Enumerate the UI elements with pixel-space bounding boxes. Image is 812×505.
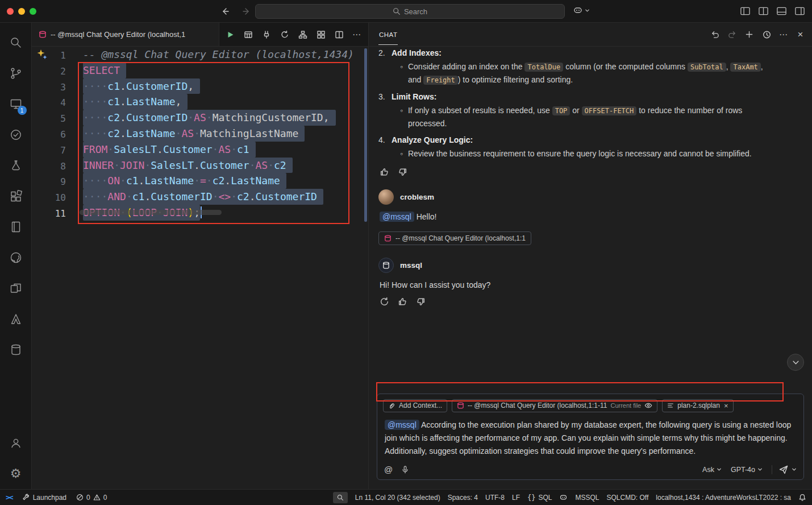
activity-bar: 1 ⚙ (0, 23, 32, 489)
copilot-menu-button[interactable] (573, 5, 590, 15)
zoom-status-item[interactable] (333, 492, 348, 503)
editor-tab[interactable]: -- @mssql Chat Query Editor (localhost,1 (32, 23, 219, 46)
list-item: 2.Add Indexes:◦Consider adding an index … (378, 48, 803, 86)
warning-count: 0 (103, 494, 107, 502)
code-editor[interactable]: 1-- @mssql Chat Query Editor (localhost,… (32, 47, 368, 221)
minimize-window-button[interactable] (18, 8, 25, 15)
code-line[interactable]: 8INNER·JOIN·SalesLT.Customer·AS·c2 (32, 158, 368, 173)
notebook-icon[interactable] (2, 212, 30, 242)
chat-tab-label[interactable]: CHAT (378, 24, 398, 45)
copilot-icon (573, 5, 583, 15)
attached-file-label: -- @mssql Chat Query Editor (localhost,1… (468, 401, 607, 409)
code-line[interactable]: 6····c2.LastName·AS·MatchingLastName (32, 126, 368, 142)
add-context-button[interactable]: Add Context... (383, 399, 447, 412)
overview-ruler-selection[interactable] (364, 48, 367, 222)
toggle-right-sidebar-icon[interactable] (794, 6, 805, 16)
copilot-status-icon[interactable] (559, 493, 568, 502)
run-debug-icon[interactable] (2, 150, 30, 181)
github-icon[interactable] (2, 242, 30, 273)
search-label: Search (404, 7, 427, 16)
language-mode-status[interactable]: {} SQL (527, 494, 552, 502)
inline-code: OFFSET-FETCH (582, 106, 637, 115)
microphone-icon[interactable] (401, 465, 409, 474)
navigate-forward-button[interactable] (240, 5, 253, 18)
schema-designer-icon[interactable] (298, 30, 307, 39)
remove-attachment-icon[interactable]: × (724, 401, 728, 410)
code-line[interactable]: 9····ON·c1.LastName·=·c2.LastName (32, 173, 368, 189)
indentation-status[interactable]: Spaces: 4 (448, 494, 478, 502)
mssql-extension-icon[interactable] (2, 334, 30, 365)
remote-explorer-icon[interactable]: 1 (2, 89, 30, 119)
attached-plan-chip[interactable]: plan-2.sqlplan × (662, 399, 733, 412)
eol-status[interactable]: LF (512, 494, 520, 502)
editor-actions: ⋯ (225, 23, 368, 46)
regenerate-icon[interactable] (380, 297, 389, 307)
mssql-status-item[interactable]: MSSQL (575, 494, 599, 502)
toggle-split-editor-icon[interactable] (758, 6, 769, 16)
notifications-bell-icon[interactable] (798, 494, 806, 502)
azure-icon[interactable] (2, 304, 30, 334)
user-name: croblesm (400, 193, 434, 201)
remote-indicator[interactable]: >< (6, 493, 13, 502)
undo-icon[interactable] (710, 30, 720, 39)
thumbs-down-icon[interactable] (398, 167, 407, 177)
accounts-icon[interactable] (2, 428, 30, 458)
cursor-position-status[interactable]: Ln 11, Col 20 (342 selected) (355, 494, 440, 502)
toggle-left-sidebar-icon[interactable] (740, 6, 751, 16)
connect-plug-icon[interactable] (261, 30, 271, 39)
run-query-icon[interactable] (225, 30, 235, 39)
redo-icon[interactable] (727, 30, 737, 39)
code-line[interactable]: 10····AND·c1.CustomerID·<>·c2.CustomerID (32, 189, 368, 205)
code-line[interactable]: 3····c1.CustomerID, (32, 78, 368, 94)
close-window-button[interactable] (7, 8, 14, 15)
vscode-window: Search 1 ⚙ (0, 0, 812, 505)
eye-icon[interactable] (644, 401, 652, 409)
new-chat-icon[interactable] (744, 30, 754, 39)
inline-code: TotalDue (524, 63, 563, 72)
code-line[interactable]: 7FROM·SalesLT.Customer·AS·c1 (32, 142, 368, 158)
encoding-status[interactable]: UTF-8 (485, 494, 505, 502)
chat-history-icon[interactable] (761, 30, 771, 39)
command-center-search[interactable]: Search (255, 4, 565, 19)
window-controls (7, 8, 36, 15)
mention-picker-icon[interactable]: @ (384, 465, 393, 474)
problems-status-item[interactable]: 0 0 (76, 494, 107, 502)
extensions-icon[interactable] (2, 181, 30, 212)
settings-gear-icon[interactable]: ⚙ (2, 458, 30, 489)
horizontal-scrollbar[interactable] (80, 210, 222, 215)
code-line[interactable]: 1-- @mssql Chat Query Editor (localhost,… (32, 47, 368, 63)
thumbs-up-icon[interactable] (398, 297, 407, 307)
send-button[interactable] (772, 465, 797, 474)
maximize-window-button[interactable] (30, 8, 36, 15)
navigate-back-button[interactable] (219, 5, 231, 18)
thumbs-down-icon[interactable] (416, 297, 426, 307)
code-line[interactable]: 2SELECT (32, 63, 368, 78)
code-line[interactable]: 4····c1.LastName, (32, 94, 368, 110)
connection-status-item[interactable]: localhost,1434 : AdventureWorksLT2022 : … (656, 494, 791, 502)
user-message-text: @mssql Hello! (380, 212, 803, 221)
launchpad-status-item[interactable]: Launchpad (22, 494, 66, 502)
copilot-sparkle-icon[interactable] (36, 49, 48, 60)
attached-file-chip[interactable]: -- @mssql Chat Query Editor (localhost,1… (452, 399, 657, 412)
source-control-icon[interactable] (2, 58, 30, 89)
search-view-icon[interactable] (2, 27, 30, 58)
more-actions-icon[interactable]: ⋯ (352, 30, 361, 40)
more-actions-icon[interactable]: ⋯ (778, 30, 788, 39)
results-grid-icon[interactable] (243, 30, 253, 39)
references-icon[interactable] (2, 273, 30, 304)
split-editor-icon[interactable] (334, 30, 344, 39)
chat-input-text[interactable]: @mssql According to the execution plan s… (383, 412, 798, 463)
code-line[interactable]: 5····c2.CustomerID·AS·MatchingCustomerID… (32, 110, 368, 126)
scroll-to-bottom-button[interactable] (787, 354, 804, 371)
change-connection-icon[interactable] (280, 30, 289, 39)
message-attachment-chip[interactable]: -- @mssql Chat Query Editor (localhost,1… (378, 231, 531, 245)
query-plan-icon[interactable] (316, 30, 326, 39)
toggle-panel-icon[interactable] (776, 6, 787, 16)
chat-mode-dropdown[interactable]: Ask (702, 466, 722, 474)
close-panel-icon[interactable]: × (796, 30, 805, 39)
model-picker-dropdown[interactable]: GPT-4o (731, 466, 763, 474)
chat-input-widget[interactable]: Add Context... -- @mssql Chat Query Edit… (377, 394, 804, 480)
testing-check-icon[interactable] (2, 119, 30, 150)
sqlcmd-status-item[interactable]: SQLCMD: Off (607, 494, 649, 502)
thumbs-up-icon[interactable] (380, 167, 389, 177)
